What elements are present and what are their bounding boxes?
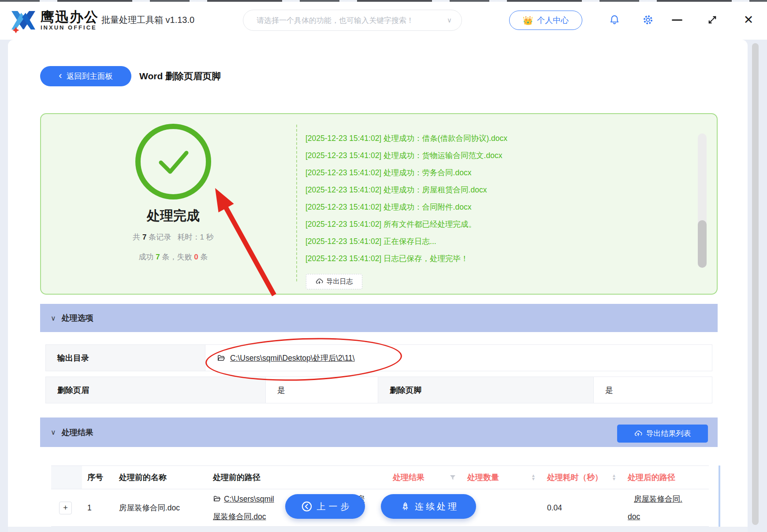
window-scrollbar-thumb[interactable] bbox=[752, 43, 759, 525]
total-count: 7 bbox=[142, 233, 146, 241]
export-log-label: 导出日志 bbox=[327, 277, 353, 286]
table-bottom-strip bbox=[8, 527, 748, 532]
logo-text-cn: 鹰迅办公 bbox=[41, 10, 99, 24]
chevron-left-icon: ‹ bbox=[59, 71, 62, 81]
expand-row-button[interactable]: + bbox=[59, 502, 72, 514]
output-dir-value-cell: C:\Users\sqmil\Desktop\处理后\2\11\ bbox=[205, 344, 712, 371]
table-row-name-cell: 房屋装修合同.doc bbox=[114, 489, 208, 527]
function-search-select[interactable]: 请选择一个具体的功能，也可输入关键字搜索！ ∨ bbox=[243, 10, 462, 31]
logo-text-en: INXUN OFFICE bbox=[41, 24, 99, 31]
output-dir-label-cell: 输出目录 bbox=[45, 344, 205, 371]
section-header-process-results[interactable]: ∨ 处理结果 bbox=[40, 417, 718, 447]
page-title: Word 删除页眉页脚 bbox=[139, 70, 221, 82]
notification-bell-icon[interactable] bbox=[608, 14, 621, 26]
table-scrollbar-thumb[interactable] bbox=[719, 466, 720, 532]
remove-footer-value-cell: 是 bbox=[593, 377, 712, 403]
col-count[interactable]: 处理数量 ▲▼ bbox=[462, 466, 542, 489]
col-index: 序号 bbox=[82, 466, 114, 489]
status-title: 处理完成 bbox=[107, 207, 239, 225]
log-line: [2025-12-23 15:41:02] 处理成功：劳务合同.docx bbox=[305, 164, 685, 181]
user-center-label: 个人中心 bbox=[537, 15, 569, 26]
back-button-label: 返回到主面板 bbox=[67, 71, 113, 81]
elapsed-time: 耗时：1 秒 bbox=[177, 233, 213, 241]
cloud-download-icon bbox=[316, 278, 323, 285]
output-dir-path: C:\Users\sqmil\Desktop\处理后\2\11\ bbox=[230, 353, 355, 363]
table-row-index-cell: 1 bbox=[82, 489, 114, 527]
folder-icon bbox=[217, 354, 226, 362]
table-row-expand-cell: + bbox=[51, 489, 82, 527]
chevron-down-icon: ∨ bbox=[447, 16, 452, 24]
window-top-edge bbox=[0, 0, 767, 2]
log-line: [2025-12-23 15:41:02] 处理成功：货物运输合同范文.docx bbox=[305, 147, 685, 164]
sort-carets-icon[interactable]: ▲▼ bbox=[531, 474, 536, 481]
col-expand bbox=[51, 466, 82, 489]
minimize-button[interactable] bbox=[672, 19, 682, 21]
app-title: 批量处理工具箱 v1.13.0 bbox=[101, 14, 194, 26]
previous-step-button[interactable]: 上一步 bbox=[285, 494, 365, 519]
col-time[interactable]: 处理耗时（秒） ▲▼ bbox=[542, 466, 622, 489]
log-scrollbar-thumb[interactable] bbox=[698, 220, 707, 268]
output-path-link[interactable]: 房屋装修合同. doc bbox=[628, 489, 682, 525]
log-divider bbox=[296, 125, 297, 281]
user-center-button[interactable]: 👑 个人中心 bbox=[509, 11, 582, 30]
col-name: 处理前的名称 bbox=[114, 466, 208, 489]
table-row-time-cell: 0.04 bbox=[542, 489, 622, 527]
log-line: [2025-12-23 15:41:02] 处理成功：房屋租赁合同.docx bbox=[305, 181, 685, 199]
log-line: [2025-12-23 15:41:02] 所有文件都已经处理完成。 bbox=[305, 216, 685, 233]
remove-footer-label-cell: 删除页脚 bbox=[378, 377, 594, 403]
search-placeholder: 请选择一个具体的功能，也可输入关键字搜索！ bbox=[257, 15, 443, 26]
success-fail-stats: 成功 7 条，失败 0 条 bbox=[81, 252, 266, 262]
log-line: [2025-12-23 15:41:02] 正在保存日志... bbox=[305, 233, 685, 250]
crown-icon: 👑 bbox=[523, 16, 533, 25]
col-result[interactable]: 处理结果 bbox=[387, 466, 462, 489]
process-log-list: [2025-12-23 15:41:02] 处理成功：借条(借款合同协议).do… bbox=[305, 130, 685, 267]
filter-funnel-icon[interactable] bbox=[450, 475, 456, 480]
logo-x-icon bbox=[10, 7, 37, 33]
section-header-process-options[interactable]: ∨ 处理选项 bbox=[40, 304, 718, 332]
settings-gear-icon[interactable] bbox=[642, 14, 654, 26]
export-results-label: 导出结果列表 bbox=[646, 429, 691, 439]
close-button[interactable]: ✕ bbox=[741, 11, 756, 28]
cloud-upload-icon bbox=[634, 430, 642, 438]
success-count: 7 bbox=[156, 253, 160, 261]
section-title: 处理结果 bbox=[62, 427, 93, 438]
fail-count: 0 bbox=[194, 253, 198, 261]
chevron-down-icon: ∨ bbox=[51, 428, 56, 436]
table-row-out-path-cell: 房屋装修合同. doc bbox=[622, 489, 709, 527]
export-log-button[interactable]: 导出日志 bbox=[306, 274, 362, 289]
continue-process-button[interactable]: 连续处理 bbox=[381, 494, 476, 519]
back-to-dashboard-button[interactable]: ‹ 返回到主面板 bbox=[40, 66, 131, 86]
chevron-down-icon: ∨ bbox=[51, 314, 56, 322]
col-out-path: 处理后的路径 bbox=[622, 466, 709, 489]
record-stats: 共 7 条记录 耗时：1 秒 bbox=[81, 232, 266, 242]
continue-process-label: 连续处理 bbox=[415, 501, 459, 513]
previous-step-label: 上一步 bbox=[317, 501, 353, 513]
section-title: 处理选项 bbox=[62, 313, 93, 323]
sort-carets-icon[interactable]: ▲▼ bbox=[612, 474, 616, 481]
circle-left-arrow-icon bbox=[301, 501, 313, 512]
export-results-button[interactable]: 导出结果列表 bbox=[617, 425, 708, 443]
folder-icon bbox=[213, 495, 221, 503]
log-line: [2025-12-23 15:41:02] 日志已保存，处理完毕！ bbox=[305, 250, 685, 267]
resize-window-button[interactable] bbox=[706, 14, 719, 26]
log-line: [2025-12-23 15:41:02] 处理成功：合同附件.docx bbox=[305, 199, 685, 216]
col-path: 处理前的路径 bbox=[208, 466, 387, 489]
log-line: [2025-12-23 15:41:02] 处理成功：借条(借款合同协议).do… bbox=[305, 130, 685, 147]
remove-header-value-cell: 是 bbox=[265, 377, 378, 403]
rocket-icon bbox=[400, 502, 410, 512]
remove-header-label-cell: 删除页眉 bbox=[45, 377, 266, 403]
output-dir-link[interactable]: C:\Users\sqmil\Desktop\处理后\2\11\ bbox=[217, 353, 355, 363]
success-check-icon bbox=[134, 122, 213, 203]
